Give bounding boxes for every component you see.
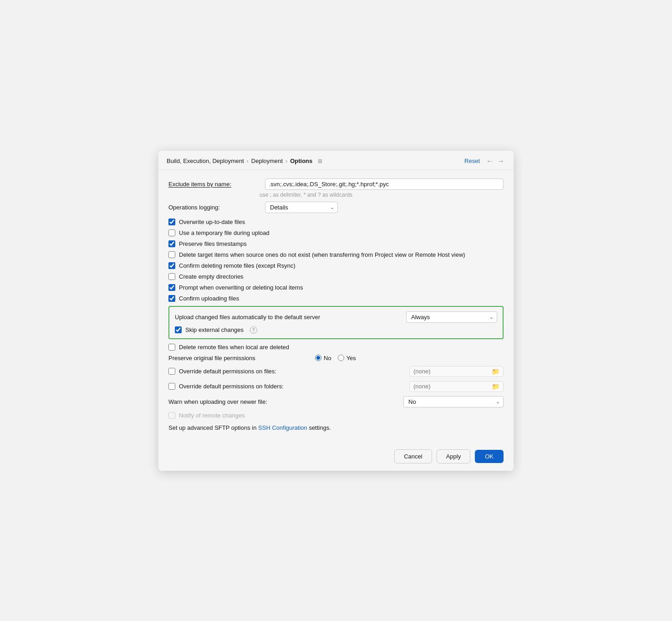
exclude-hint: use ; as delimiter, * and ? as wildcards: [168, 192, 504, 198]
checkbox-confirm-upload: Confirm uploading files: [168, 295, 504, 302]
delete-remote-checkbox[interactable]: [168, 344, 175, 351]
dialog-header: Build, Execution, Deployment › Deploymen…: [158, 151, 514, 170]
sftp-text: Set up advanced SFTP options in SSH Conf…: [168, 424, 504, 431]
ssh-configuration-link[interactable]: SSH Configuration: [258, 424, 307, 431]
breadcrumb-deployment: Deployment: [251, 158, 283, 164]
create-empty-label[interactable]: Create empty directories: [179, 273, 244, 280]
confirm-upload-label[interactable]: Confirm uploading files: [179, 295, 239, 302]
breadcrumb-build: Build, Execution, Deployment: [167, 158, 244, 164]
warn-uploading-row: Warn when uploading over newer file: No …: [168, 396, 504, 407]
preserve-permissions-row: Preserve original file permissions No Ye…: [168, 355, 504, 361]
breadcrumb-sep-2: ›: [285, 158, 287, 164]
checkbox-preserve-timestamps: Preserve files timestamps: [168, 240, 504, 247]
checkbox-skip-external: Skip external changes ?: [175, 326, 497, 334]
notify-remote-checkbox[interactable]: [168, 412, 175, 419]
preserve-timestamps-label[interactable]: Preserve files timestamps: [179, 240, 247, 247]
overwrite-label[interactable]: Overwrite up-to-date files: [179, 219, 245, 225]
exclude-input[interactable]: .svn;.cvs;.idea;.DS_Store;.git;.hg;*.hpr…: [265, 178, 504, 190]
checkbox-create-empty: Create empty directories: [168, 273, 504, 280]
override-folders-row: Override default permissions on folders:…: [168, 381, 504, 392]
warn-uploading-select-wrap: No Yes Ask ⌄: [403, 396, 504, 407]
warn-uploading-label: Warn when uploading over newer file:: [168, 398, 305, 405]
checkbox-temp-file: Use a temporary file during upload: [168, 229, 504, 236]
warn-uploading-select[interactable]: No Yes Ask: [403, 396, 504, 407]
notify-remote-label: Notify of remote changes: [179, 412, 245, 419]
nav-back-button[interactable]: ←: [485, 157, 494, 165]
temp-file-checkbox[interactable]: [168, 229, 175, 236]
exclude-label: Exclude items by name:: [168, 181, 260, 188]
preserve-permissions-yes-radio[interactable]: [338, 355, 344, 361]
delete-remote-label[interactable]: Delete remote files when local are delet…: [179, 344, 289, 351]
operations-logging-select-wrap: Details Info Warning Error None ⌄: [265, 202, 338, 213]
override-files-checkbox[interactable]: [168, 368, 175, 375]
sftp-text-prefix: Set up advanced SFTP options in: [168, 424, 256, 431]
checkbox-delete-target: Delete target items when source ones do …: [168, 251, 504, 258]
override-files-input[interactable]: [413, 368, 490, 375]
override-folders-label[interactable]: Override default permissions on folders:: [179, 383, 284, 390]
operations-logging-select[interactable]: Details Info Warning Error None: [265, 202, 338, 213]
delete-target-label[interactable]: Delete target items when source ones do …: [179, 251, 465, 258]
override-files-row: Override default permissions on files: 📁: [168, 366, 504, 377]
override-folders-input-wrap: 📁: [409, 381, 504, 392]
checkbox-notify-remote: Notify of remote changes: [168, 412, 504, 419]
override-folders-folder-icon[interactable]: 📁: [492, 383, 499, 390]
prompt-overwrite-label[interactable]: Prompt when overwriting or deleting loca…: [179, 284, 303, 291]
reset-button[interactable]: Reset: [464, 158, 480, 164]
override-files-input-wrap: 📁: [409, 366, 504, 377]
breadcrumb: Build, Execution, Deployment › Deploymen…: [167, 158, 464, 164]
confirm-deleting-checkbox[interactable]: [168, 262, 175, 269]
upload-auto-select[interactable]: Always On explicit save action Never: [406, 311, 497, 323]
skip-external-help-icon[interactable]: ?: [250, 326, 257, 334]
upload-auto-label: Upload changed files automatically to th…: [175, 314, 406, 321]
checkbox-prompt-overwrite: Prompt when overwriting or deleting loca…: [168, 284, 504, 291]
ok-button[interactable]: OK: [475, 450, 504, 463]
preserve-permissions-yes-label[interactable]: Yes: [338, 355, 356, 361]
breadcrumb-sep-1: ›: [247, 158, 249, 164]
cancel-button[interactable]: Cancel: [394, 449, 432, 463]
preserve-permissions-no-text: No: [324, 355, 331, 361]
temp-file-label[interactable]: Use a temporary file during upload: [179, 229, 270, 236]
confirm-deleting-label[interactable]: Confirm deleting remote files (except Rs…: [179, 262, 295, 269]
dialog-footer: Cancel Apply OK: [158, 444, 514, 471]
checkbox-delete-remote: Delete remote files when local are delet…: [168, 344, 504, 351]
skip-external-label[interactable]: Skip external changes: [185, 326, 244, 333]
preserve-permissions-label: Preserve original file permissions: [168, 355, 305, 361]
dialog-content: Exclude items by name: .svn;.cvs;.idea;.…: [158, 170, 514, 444]
create-empty-checkbox[interactable]: [168, 273, 175, 280]
skip-external-checkbox[interactable]: [175, 326, 182, 333]
preserve-permissions-radio-group: No Yes: [315, 355, 356, 361]
upload-auto-select-wrap: Always On explicit save action Never ⌄: [406, 311, 497, 323]
apply-button[interactable]: Apply: [437, 449, 471, 463]
confirm-upload-checkbox[interactable]: [168, 295, 175, 302]
settings-dialog: Build, Execution, Deployment › Deploymen…: [158, 151, 514, 471]
override-folders-input[interactable]: [413, 383, 490, 390]
checkbox-confirm-deleting: Confirm deleting remote files (except Rs…: [168, 262, 504, 269]
upload-highlight-box: Upload changed files automatically to th…: [168, 306, 504, 339]
preserve-permissions-yes-text: Yes: [346, 355, 356, 361]
preserve-permissions-no-label[interactable]: No: [315, 355, 331, 361]
override-folders-checkbox[interactable]: [168, 383, 175, 390]
operations-logging-label: Operations logging:: [168, 204, 260, 211]
preserve-timestamps-checkbox[interactable]: [168, 240, 175, 247]
nav-arrows: ← →: [485, 157, 505, 165]
exclude-row: Exclude items by name: .svn;.cvs;.idea;.…: [168, 178, 504, 190]
preserve-permissions-no-radio[interactable]: [315, 355, 321, 361]
window-icon[interactable]: ⊞: [318, 158, 322, 164]
upload-auto-row: Upload changed files automatically to th…: [175, 311, 497, 323]
nav-forward-button[interactable]: →: [496, 157, 505, 165]
overwrite-checkbox[interactable]: [168, 219, 175, 225]
override-files-label[interactable]: Override default permissions on files:: [179, 368, 276, 375]
breadcrumb-options: Options: [290, 158, 312, 164]
prompt-overwrite-checkbox[interactable]: [168, 284, 175, 291]
checkbox-overwrite: Overwrite up-to-date files: [168, 219, 504, 225]
operations-logging-row: Operations logging: Details Info Warning…: [168, 202, 504, 213]
delete-target-checkbox[interactable]: [168, 251, 175, 258]
sftp-text-suffix: settings.: [309, 424, 331, 431]
override-files-folder-icon[interactable]: 📁: [492, 368, 499, 375]
